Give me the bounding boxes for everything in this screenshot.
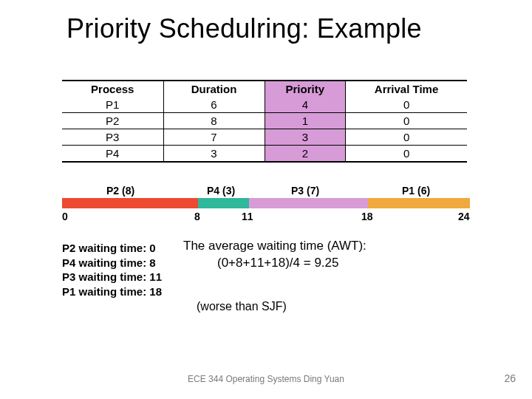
wait-p2: P2 waiting time: 0: [62, 241, 162, 256]
table-header-row: Process Duration Priority Arrival Time: [62, 81, 467, 97]
table-row: P2 8 1 0: [62, 113, 467, 129]
cell-process: P2: [62, 113, 163, 129]
cell-priority: 3: [265, 129, 346, 146]
table-row: P1 6 4 0: [62, 97, 467, 113]
awt-line1: The average waiting time (AWT):: [183, 238, 366, 255]
tick-11: 11: [242, 211, 253, 222]
gantt-label-p2: P2 (8): [106, 185, 134, 197]
tick-24: 24: [458, 211, 470, 222]
wait-p1: P1 waiting time: 18: [62, 284, 162, 299]
cell-process: P3: [62, 129, 163, 146]
table-row: P4 3 2 0: [62, 146, 467, 162]
gantt-label-p4: P4 (3): [207, 185, 235, 197]
page-title: Priority Schedulring: Example: [66, 13, 422, 44]
cell-arrival: 0: [346, 113, 467, 129]
tick-0: 0: [62, 211, 68, 222]
cell-duration: 7: [163, 129, 265, 146]
gantt-seg-p2: [62, 198, 198, 208]
gantt-ticks: 0 8 11 18 24: [62, 211, 470, 225]
wait-p4: P4 waiting time: 8: [62, 256, 162, 270]
cell-arrival: 0: [346, 129, 467, 146]
wait-p3: P3 waiting time: 11: [62, 270, 162, 284]
process-table: Process Duration Priority Arrival Time P…: [62, 80, 467, 163]
cell-priority: 4: [265, 97, 346, 113]
cell-duration: 8: [163, 113, 265, 129]
col-arrival-header: Arrival Time: [346, 81, 467, 97]
tick-8: 8: [194, 211, 200, 222]
worse-note: (worse than SJF): [197, 300, 287, 313]
gantt-labels: P2 (8) P4 (3) P3 (7) P1 (6): [62, 185, 470, 198]
waiting-times: P2 waiting time: 0 P4 waiting time: 8 P3…: [62, 241, 162, 299]
slide: Priority Schedulring: Example Process Du…: [0, 0, 532, 399]
table-row: P3 7 3 0: [62, 129, 467, 146]
cell-duration: 6: [163, 97, 265, 113]
col-priority-header: Priority: [265, 81, 346, 97]
col-duration-header: Duration: [163, 81, 265, 97]
footer-course: ECE 344 Operating Systems Ding Yuan: [0, 374, 532, 384]
gantt-seg-p3: [249, 198, 368, 208]
cell-arrival: 0: [346, 97, 467, 113]
gantt-bar: [62, 198, 470, 208]
gantt-label-p3: P3 (7): [291, 185, 319, 197]
tick-18: 18: [361, 211, 373, 222]
gantt-seg-p1: [368, 198, 470, 208]
cell-priority: 2: [265, 146, 346, 162]
cell-process: P1: [62, 97, 163, 113]
table: Process Duration Priority Arrival Time P…: [62, 81, 467, 161]
footer-page-number: 26: [504, 372, 516, 384]
cell-process: P4: [62, 146, 163, 162]
col-process-header: Process: [62, 81, 163, 97]
gantt-label-p1: P1 (6): [402, 185, 430, 197]
awt-line2: (0+8+11+18)/4 = 9.25: [183, 255, 366, 272]
cell-duration: 3: [163, 146, 265, 162]
cell-priority: 1: [265, 113, 346, 129]
gantt-chart: P2 (8) P4 (3) P3 (7) P1 (6) 0 8 11 18 24: [62, 185, 470, 225]
gantt-seg-p4: [198, 198, 249, 208]
cell-arrival: 0: [346, 146, 467, 162]
average-waiting-time: The average waiting time (AWT): (0+8+11+…: [183, 238, 366, 272]
